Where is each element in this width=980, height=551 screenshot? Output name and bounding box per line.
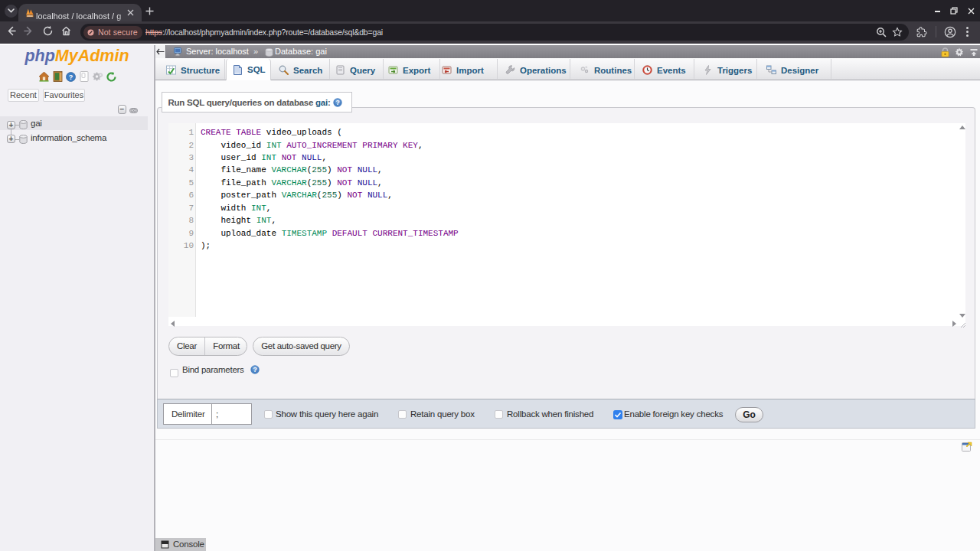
svg-text:?: ?: [69, 73, 74, 80]
svg-text:?: ?: [335, 99, 339, 106]
svg-text:?: ?: [253, 366, 256, 373]
